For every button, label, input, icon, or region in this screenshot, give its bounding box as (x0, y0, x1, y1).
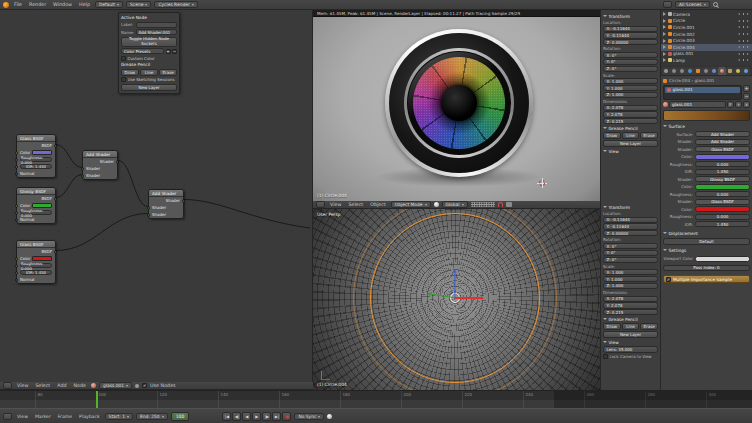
node-menu-view[interactable]: View (15, 383, 30, 388)
editor-type-icon[interactable] (663, 1, 672, 8)
transform-panel-header[interactable]: Transform (603, 14, 658, 20)
lens-field[interactable]: Lens: 35.000 (603, 346, 658, 352)
dimensions-z-field[interactable]: Z: 0.215 (603, 309, 658, 315)
playback-button[interactable]: |▶ (262, 412, 271, 421)
outliner-row[interactable]: Camera (661, 11, 752, 18)
pass-index-field[interactable]: Pass Index: 0 (663, 265, 750, 271)
timeline-menu-playback[interactable]: Playback (77, 414, 102, 419)
gp-draw-button[interactable]: Draw (603, 132, 621, 139)
rendered-viewport[interactable]: (1) Circle.004 (313, 17, 600, 201)
roughness-input-socket[interactable] (15, 264, 18, 267)
grease-pencil-panel-header[interactable]: Grease Pencil (603, 317, 658, 323)
property-value[interactable]: 0.000 (695, 161, 750, 167)
ior-field[interactable]: IOR: 1.450 (20, 164, 52, 169)
transform-panel-header[interactable]: Transform (603, 205, 658, 211)
x-axis-manipulator[interactable] (455, 297, 483, 298)
unlink-material-button[interactable]: × (743, 101, 750, 108)
gp-line-button[interactable]: Line (140, 69, 158, 76)
menu-render[interactable]: Render (27, 2, 48, 7)
tab-material-icon[interactable] (718, 67, 726, 75)
outliner-row[interactable]: Circle.001 (661, 24, 752, 31)
timeline-menu-frame[interactable]: Frame (56, 414, 74, 419)
outliner-row[interactable]: Lamp (661, 57, 752, 64)
expand-arrow-icon[interactable] (663, 25, 666, 29)
property-value[interactable]: Add Shader (695, 139, 750, 145)
settings-panel-header[interactable]: Settings (663, 248, 750, 254)
rotation-z-field[interactable]: Z: 0° (603, 257, 658, 263)
preset-remove-button[interactable]: − (172, 49, 177, 54)
material-selector[interactable]: glass.001 (99, 382, 132, 389)
location-z-field[interactable]: Z: 0.00000 (603, 230, 658, 236)
node-glossy-bsdf[interactable]: Glossy BSDF BSDF Color Roughness: 0.000 … (16, 187, 56, 224)
displacement-value[interactable]: Default (663, 238, 750, 244)
mode-dropdown[interactable]: Object Mode (391, 201, 431, 208)
select-menu[interactable]: Select (346, 202, 365, 207)
object-name[interactable]: Circle.004 (673, 45, 736, 50)
node-menu-add[interactable]: Add (55, 383, 68, 388)
location-y-field[interactable]: Y: -0.11644 (603, 223, 658, 229)
bsdf-output-socket[interactable] (54, 144, 57, 147)
displacement-panel-header[interactable]: Displacement (663, 231, 750, 237)
shader-input-socket[interactable] (147, 213, 150, 216)
expand-arrow-icon[interactable] (663, 12, 666, 16)
label-field[interactable] (136, 22, 178, 28)
expand-arrow-icon[interactable] (663, 19, 666, 23)
gp-new-layer-button[interactable]: New Layer (603, 331, 658, 338)
expand-arrow-icon[interactable] (663, 32, 666, 36)
location-z-field[interactable]: Z: 0.00000 (603, 39, 658, 45)
roughness-field[interactable]: Roughness: 0.000 (20, 157, 52, 162)
bsdf-output-socket[interactable] (54, 250, 57, 253)
sync-dropdown[interactable]: No Sync (294, 413, 324, 420)
rotation-x-field[interactable]: X: 0° (603, 243, 658, 249)
node-wire[interactable] (56, 175, 82, 198)
custom-color-checkbox[interactable] (121, 56, 126, 61)
blender-logo-icon[interactable] (3, 2, 9, 8)
tab-render-icon[interactable] (662, 67, 670, 75)
gp-new-layer-button[interactable]: New Layer (121, 84, 177, 91)
roughness-field[interactable]: Roughness: 0.000 (20, 210, 52, 215)
node-title[interactable]: Add Shader (83, 151, 117, 158)
property-value[interactable]: Glossy BSDF (695, 176, 750, 182)
playback-button[interactable]: ◀| (232, 412, 241, 421)
outliner-row[interactable]: Circle.003 (661, 37, 752, 44)
roughness-input-socket[interactable] (15, 158, 18, 161)
tab-object-icon[interactable] (694, 67, 702, 75)
tab-scene-icon[interactable] (678, 67, 686, 75)
editor-type-icon[interactable] (3, 413, 12, 420)
restriction-toggles[interactable] (737, 19, 750, 23)
scale-y-field[interactable]: Y: 1.000 (603, 276, 658, 282)
restriction-toggles[interactable] (737, 39, 750, 43)
property-value[interactable]: 1.450 (695, 221, 750, 227)
node-wire[interactable] (56, 214, 148, 251)
dimensions-x-field[interactable]: X: 2.078 (603, 105, 658, 111)
object-name[interactable]: Camera (673, 12, 736, 17)
restriction-toggles[interactable] (737, 25, 750, 29)
node-wire[interactable] (56, 145, 82, 168)
object-name[interactable]: Circle.001 (673, 25, 736, 30)
object-name[interactable]: Lamp (673, 58, 736, 63)
bsdf-output-socket[interactable] (54, 197, 57, 200)
playback-button[interactable]: ◀ (242, 412, 251, 421)
mis-checkbox[interactable]: ✓ (666, 277, 671, 282)
ior-input-socket[interactable] (15, 165, 18, 168)
scale-z-field[interactable]: Z: 1.000 (603, 92, 658, 98)
view-panel-header[interactable]: View (603, 149, 658, 155)
object-name[interactable]: glass.001 (673, 51, 736, 56)
property-value[interactable]: 1.450 (695, 169, 750, 175)
restriction-toggles[interactable] (737, 12, 750, 16)
grease-pencil-panel-title[interactable]: Grease Pencil (121, 62, 177, 67)
scale-y-field[interactable]: Y: 1.000 (603, 85, 658, 91)
property-value[interactable] (695, 206, 750, 212)
gp-erase-button[interactable]: Erase (640, 132, 658, 139)
object-name[interactable]: Circle.003 (673, 38, 736, 43)
color-input-socket[interactable] (15, 204, 18, 207)
sketch-sessions-checkbox[interactable] (121, 77, 126, 82)
scale-z-field[interactable]: Z: 1.000 (603, 283, 658, 289)
grease-pencil-panel-header[interactable]: Grease Pencil (603, 126, 658, 132)
restriction-toggles[interactable] (737, 45, 750, 49)
outliner-row[interactable]: glass.001 (661, 51, 752, 58)
node-title[interactable]: Glass BSDF (17, 135, 55, 142)
z-axis-manipulator[interactable] (454, 271, 455, 298)
name-field[interactable]: Add Shader.001 (136, 29, 178, 35)
property-value[interactable]: Add Shader (695, 131, 750, 137)
